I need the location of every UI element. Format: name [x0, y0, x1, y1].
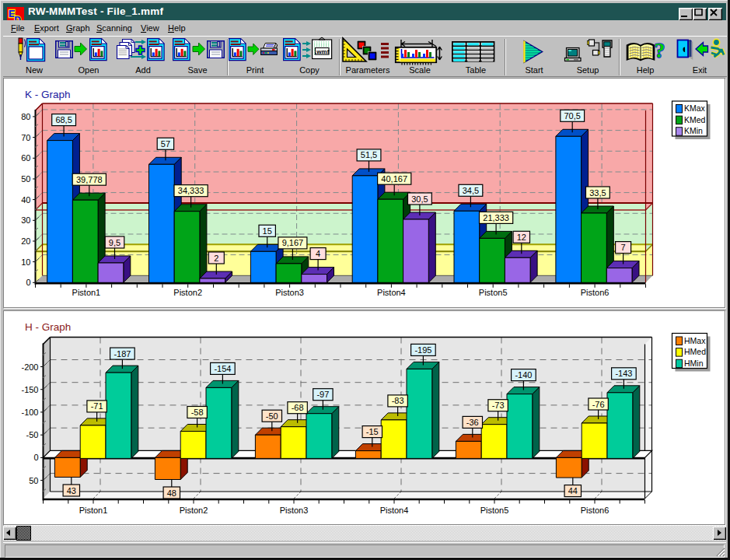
svg-text:-58: -58 — [191, 408, 204, 417]
svg-text:60: 60 — [21, 153, 30, 163]
svg-text:KMed: KMed — [684, 115, 706, 124]
svg-text:-68: -68 — [292, 403, 304, 412]
svg-text:2: 2 — [214, 254, 218, 263]
svg-text:Piston1: Piston1 — [72, 288, 101, 297]
svg-text:10: 10 — [21, 257, 30, 267]
svg-text:9,167: 9,167 — [282, 238, 304, 247]
svg-text:Piston4: Piston4 — [380, 506, 409, 515]
svg-text:21,333: 21,333 — [483, 213, 509, 222]
svg-text:-50: -50 — [266, 411, 278, 421]
svg-text:33,5: 33,5 — [589, 188, 606, 198]
svg-text:12: 12 — [517, 233, 526, 242]
svg-text:HMin: HMin — [684, 359, 704, 368]
svg-text:43: 43 — [67, 486, 76, 495]
svg-text:-187: -187 — [114, 349, 131, 359]
svg-text:-154: -154 — [214, 364, 231, 373]
svg-text:0: 0 — [26, 278, 30, 287]
svg-text:Piston5: Piston5 — [479, 288, 508, 297]
svg-text:15: 15 — [263, 226, 272, 236]
svg-text:9,5: 9,5 — [109, 238, 121, 247]
svg-text:Piston4: Piston4 — [377, 288, 406, 297]
svg-text:68,5: 68,5 — [55, 115, 72, 124]
svg-text:KMin: KMin — [684, 126, 703, 135]
svg-text:-50: -50 — [26, 430, 39, 439]
svg-text:-73: -73 — [492, 401, 505, 410]
svg-text:34,333: 34,333 — [178, 186, 204, 195]
svg-text:51,5: 51,5 — [361, 150, 377, 159]
svg-text:0: 0 — [33, 453, 38, 462]
svg-text:34,5: 34,5 — [463, 186, 479, 195]
svg-text:80: 80 — [21, 112, 30, 121]
svg-text:48: 48 — [167, 488, 176, 498]
svg-text:-83: -83 — [392, 396, 404, 405]
svg-text:-71: -71 — [91, 401, 103, 411]
svg-text:-150: -150 — [21, 385, 38, 394]
svg-text:HMed: HMed — [684, 347, 706, 356]
svg-text:70: 70 — [21, 133, 30, 142]
svg-text:Piston6: Piston6 — [581, 506, 609, 515]
svg-text:-195: -195 — [414, 345, 431, 355]
svg-text:KMax: KMax — [684, 103, 706, 113]
svg-text:50: 50 — [29, 476, 38, 485]
svg-text:Piston1: Piston1 — [79, 506, 108, 515]
svg-text:39,778: 39,778 — [76, 175, 103, 184]
svg-text:70,5: 70,5 — [564, 111, 580, 121]
svg-text:HMax: HMax — [684, 336, 706, 345]
svg-text:K - Graph: K - Graph — [25, 89, 71, 100]
svg-text:Piston5: Piston5 — [480, 506, 509, 515]
svg-text:Piston2: Piston2 — [180, 506, 208, 515]
svg-text:-36: -36 — [466, 418, 479, 427]
svg-text:Piston6: Piston6 — [581, 288, 609, 297]
svg-text:?: ? — [655, 38, 665, 62]
svg-text:-143: -143 — [615, 369, 632, 378]
svg-text:Piston3: Piston3 — [275, 288, 304, 297]
svg-text:40: 40 — [21, 195, 30, 205]
svg-text:30,5: 30,5 — [411, 194, 428, 204]
svg-text:-100: -100 — [21, 408, 38, 417]
svg-text:-15: -15 — [366, 427, 379, 436]
svg-text:H - Graph: H - Graph — [25, 321, 71, 333]
svg-text:-200: -200 — [21, 362, 38, 372]
svg-text:30: 30 — [21, 215, 30, 225]
svg-text:4: 4 — [316, 249, 320, 258]
svg-text:Piston2: Piston2 — [173, 288, 202, 297]
svg-text:57: 57 — [161, 139, 170, 149]
svg-text:7: 7 — [621, 243, 626, 252]
svg-text:.wmf: .wmf — [315, 48, 330, 55]
svg-text:40,167: 40,167 — [381, 174, 407, 184]
svg-text:-97: -97 — [316, 390, 329, 399]
svg-text:Piston3: Piston3 — [280, 506, 309, 515]
svg-text:50: 50 — [21, 174, 30, 184]
svg-text:44: 44 — [568, 486, 578, 495]
svg-text:20: 20 — [21, 236, 30, 246]
svg-text:-140: -140 — [515, 370, 532, 380]
svg-text:-76: -76 — [592, 400, 605, 409]
